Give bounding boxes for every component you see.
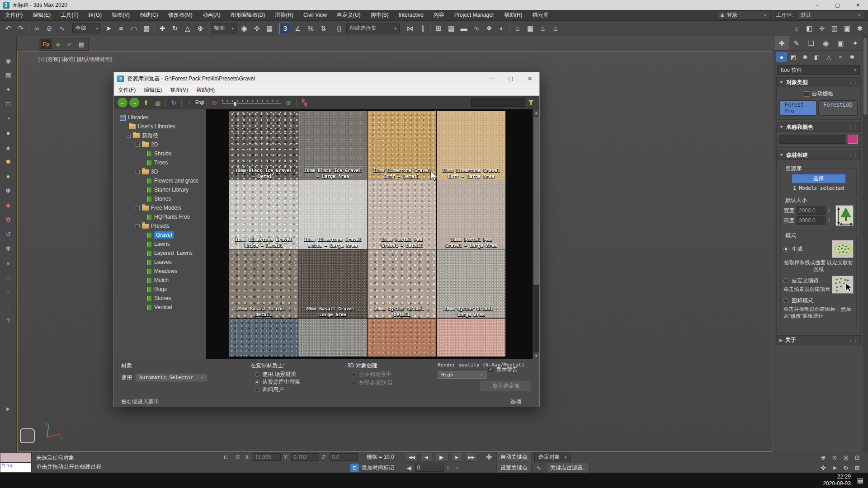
cone-tool-icon[interactable]: ▲ <box>2 141 14 153</box>
show-warnings-checkbox[interactable]: ✓ <box>488 367 493 372</box>
menu-item-m[interactable]: 修改器(M) <box>163 10 198 20</box>
mode-custom-radio[interactable] <box>783 278 788 283</box>
tree-item-2d[interactable]: −2D <box>114 140 206 149</box>
collapse-icon[interactable]: − <box>136 143 140 147</box>
dialog-options-link[interactable]: 选项 <box>510 398 532 406</box>
menu-item-d[interactable]: 图形编辑器(D) <box>226 10 270 20</box>
layer-explorer-icon[interactable]: ▤ <box>445 23 457 34</box>
scroll-up-icon[interactable]: ▲ <box>533 109 539 116</box>
forest-lod-button[interactable]: ForestLOD <box>818 100 858 116</box>
menu-item-g[interactable]: 组(G) <box>84 10 107 20</box>
frame-spinner[interactable]: ▲▼ <box>447 465 449 470</box>
category-lights-icon[interactable]: ✺ <box>800 52 811 62</box>
mode-icon-radio[interactable] <box>783 298 788 303</box>
tree-item-gravel[interactable]: Gravel <box>114 230 206 239</box>
pivot-center-icon[interactable]: ◉ <box>238 23 250 34</box>
up-folder-icon[interactable]: ⬆ <box>141 98 151 108</box>
menu-item-civilview[interactable]: Civil View <box>298 10 332 20</box>
category-systems-icon[interactable]: ✱ <box>847 52 858 62</box>
align-icon[interactable]: ∥ <box>417 23 429 34</box>
prev-key-icon[interactable]: ◀ <box>406 463 412 472</box>
undo-icon[interactable]: ↶ <box>2 23 14 34</box>
zoom-extents-icon[interactable]: ◎ <box>840 452 851 462</box>
spinner-snap-icon[interactable]: ⇅ <box>317 23 329 34</box>
edit-named-sets-icon[interactable]: {} <box>333 23 345 34</box>
ribbon-icon[interactable]: ▬ <box>458 23 470 34</box>
zoom-all-icon[interactable]: ⊙ <box>829 452 840 462</box>
tab-display[interactable]: ▣ <box>833 36 848 50</box>
create-key-icon[interactable]: ✚ <box>485 453 494 462</box>
blank-tool-icon[interactable]: □ <box>2 98 14 110</box>
preset-thumbnail[interactable] <box>437 319 505 357</box>
import-selected-button[interactable]: 导入选定项 <box>481 381 531 391</box>
autogrid-checkbox[interactable] <box>804 91 809 97</box>
forest-list-icon[interactable]: ▤ <box>76 39 87 49</box>
time-tag-icon[interactable]: ⊡ <box>350 464 359 472</box>
preset-thumbnail[interactable]: 10mm Limestone GravelBuff - Large Area <box>437 111 505 180</box>
x-coordinate-field[interactable]: 11.805 <box>253 453 281 461</box>
menu-item-h[interactable]: 帮助(H) <box>499 10 528 20</box>
preset-thumbnail[interactable]: 20mm Oyster Gravel -Large Area <box>437 249 505 318</box>
selection-filter-select[interactable]: 全部▾ <box>72 23 101 33</box>
snow-tool-icon[interactable]: ❄ <box>2 185 14 197</box>
set-key-button[interactable]: 设置关键点 <box>496 463 532 473</box>
tab-utilities[interactable]: ✦ <box>848 36 863 50</box>
forest-pack-logo-icon[interactable]: Fp <box>41 39 52 49</box>
maximize-button[interactable]: ▢ <box>827 0 848 10</box>
collapse-icon[interactable]: − <box>136 170 140 174</box>
scale-icon[interactable]: △ <box>182 23 193 34</box>
key-filter-icon[interactable]: ∿ <box>534 464 543 473</box>
refresh-icon[interactable]: ↻ <box>169 98 179 108</box>
tree-item-free-models[interactable]: −Free Models <box>114 203 206 212</box>
helpers-icon[interactable]: ✛ <box>816 23 828 34</box>
tree-item-3d[interactable]: −3D <box>114 167 206 176</box>
add-time-tag[interactable]: 添加时间标记 <box>362 464 394 472</box>
render-setup-icon[interactable]: ♨ <box>512 23 524 34</box>
y-coordinate-field[interactable]: 0.782 <box>291 453 319 461</box>
dark-sphere-tool-icon[interactable]: ● <box>2 286 14 298</box>
sun-tool-icon[interactable]: ✹ <box>2 156 14 168</box>
sphere-tool-icon[interactable]: ● <box>2 127 14 139</box>
key-filters-button[interactable]: 关键点过滤器.. <box>546 463 590 473</box>
blue-sphere-tool-icon[interactable]: ● <box>2 257 14 269</box>
select-place-icon[interactable]: ⊕ <box>194 23 206 34</box>
keyboard-override-icon[interactable]: ▤ <box>264 23 275 34</box>
menu-item-e[interactable]: 编辑(E) <box>28 10 56 20</box>
select-object-icon[interactable]: ➤ <box>103 23 114 34</box>
menu-item-t[interactable]: 工具(T) <box>56 10 83 20</box>
menu-item-v[interactable]: 视图(V) <box>107 10 135 20</box>
notes-icon[interactable]: ▤ <box>857 476 868 484</box>
tree-item-rugs[interactable]: Rugs <box>114 285 206 294</box>
layers-icon[interactable]: ▥ <box>829 23 840 34</box>
gem-tool-icon[interactable]: ◆ <box>2 199 14 211</box>
schematic-view-icon[interactable]: ❖ <box>483 23 495 34</box>
tree-item-stones[interactable]: Stones <box>114 194 206 203</box>
redo-icon[interactable]: ↷ <box>15 23 27 34</box>
menu-item-f[interactable]: 文件(F) <box>0 10 28 20</box>
menu-item-a[interactable]: 动画(A) <box>198 10 226 20</box>
category-spacewarps-icon[interactable]: ≈ <box>835 52 846 62</box>
tree-item-user-s-libraries[interactable]: User's Libraries <box>114 122 206 131</box>
snap-3d-toggle[interactable]: 3 <box>279 23 291 34</box>
menu-item-[interactable]: 猫云库 <box>528 10 554 20</box>
prev-frame-button[interactable]: ◀ <box>420 453 432 462</box>
percent-snap-icon[interactable]: % <box>305 23 316 34</box>
tree-item-leaves[interactable]: Leaves <box>114 258 206 267</box>
new-library-icon[interactable]: ▦ <box>153 98 163 108</box>
manipulate-icon[interactable]: ✜ <box>251 23 263 34</box>
systems-icon[interactable]: ✱ <box>854 23 866 34</box>
rect-region-icon[interactable]: ▭ <box>128 23 140 34</box>
category-helpers-icon[interactable]: △ <box>823 52 834 62</box>
filter-materials-icon[interactable]: ▚ <box>299 98 309 108</box>
z-coordinate-field[interactable]: 0.0 <box>330 453 358 461</box>
preset-thumbnail[interactable]: 10mm Pastel PeaGravel - Large Area <box>437 180 505 249</box>
thumbnail-scrollbar[interactable]: ▲ ▼ <box>533 109 539 359</box>
height-spinner[interactable]: ▲▼ <box>828 218 830 223</box>
coord-system-select[interactable]: 视图▾ <box>211 23 237 33</box>
tree-item--[interactable]: −新路径 <box>114 131 206 140</box>
mini-curve-editor-button[interactable] <box>20 428 35 443</box>
preset-thumbnail[interactable]: 10mm Pastel PeaGravel - Detail <box>368 180 436 249</box>
preset-thumbnail[interactable]: 10mm Limestone GravelWhite - Large Area <box>298 180 367 249</box>
listener-script-pane[interactable]: "Liu <box>0 463 31 473</box>
viewport-label[interactable]: [+] [透视] [标准] [默认明暗处理] <box>38 56 113 63</box>
